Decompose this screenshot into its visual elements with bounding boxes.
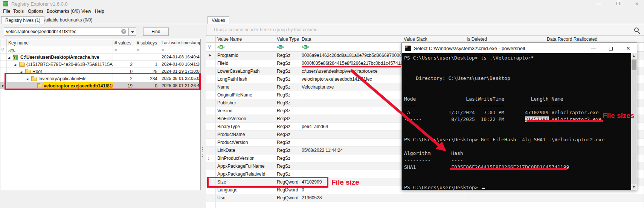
tab-registry-hives[interactable]: Registry hives (1) <box>1 16 44 24</box>
terminal-line: -a---- 8/1/2025 10:22 PM 31457280 Veloci… <box>404 116 637 123</box>
col-value-slack[interactable]: Value Slack <box>402 36 465 42</box>
cmd-icon: C:\_ <box>405 46 411 51</box>
scrollbar-thumb[interactable] <box>632 60 636 70</box>
values-row-empty <box>206 202 644 208</box>
menu-file[interactable]: File <box>3 9 10 14</box>
tree-header-row: Key name # values # subkeys Last write t… <box>0 39 200 46</box>
pin-icon <box>2 48 4 50</box>
menu-view[interactable]: View <box>81 9 91 14</box>
col-is-deleted[interactable]: Is Deleted <box>465 36 545 42</box>
tab-available-bookmarks[interactable]: Available bookmarks (0/0) <box>37 16 96 24</box>
terminal-line: ---- ------------- ------ ---- <box>404 103 637 110</box>
values-filter-data[interactable]: ABC <box>300 43 402 51</box>
cmd-title-bar[interactable]: C:\_ Select C:\Windows\system32\cmd.exe … <box>402 43 637 54</box>
search-dropdown-button[interactable] <box>129 28 136 36</box>
values-row[interactable]: UsnRegQword21360528 <box>206 194 644 202</box>
tree-header-last-write[interactable]: Last write timestamp <box>160 39 200 46</box>
powershell-flag: -Alg <box>516 137 531 142</box>
tree-filter-last-write[interactable]: = <box>160 46 200 53</box>
folder-icon <box>19 63 25 67</box>
annotation-underline-length <box>526 120 603 122</box>
restore-icon <box>616 2 620 5</box>
search-input-wrap <box>4 28 129 36</box>
tab-values[interactable]: Values <box>208 16 229 24</box>
title-bar: Registry Explorer v1.6.0.0 — ✕ <box>0 0 644 8</box>
col-data[interactable]: Data <box>300 36 402 42</box>
minimize-button[interactable]: — <box>593 1 604 7</box>
scroll-up-icon[interactable] <box>631 53 637 59</box>
col-value-name[interactable]: Value Name <box>216 36 275 42</box>
annotation-file-size-label: File size <box>331 178 359 187</box>
annotation-box-tree-rows <box>5 73 201 90</box>
pin-icon <box>208 45 211 47</box>
menu-options[interactable]: Options <box>28 9 43 14</box>
values-filter-name[interactable]: ABC <box>216 43 275 51</box>
values-filter-type[interactable]: ABC <box>275 43 300 51</box>
cmd-maximize-button[interactable] <box>605 45 617 52</box>
tree-filter-values[interactable]: = <box>113 46 135 53</box>
app-icon <box>3 1 8 6</box>
tree-row-guid[interactable]: ◢{11517B7C-E79D-4e20-961B-75A811715ADD} … <box>0 61 200 68</box>
close-button[interactable]: ✕ <box>631 1 642 7</box>
annotation-box-size-row <box>207 177 328 188</box>
powershell-command: Get-FileHash <box>481 137 516 142</box>
row-indicator-icon: ▶ <box>209 54 211 57</box>
tree-key-label: C:\Users\user\Desktop\Amcache.hve <box>20 55 99 60</box>
cmd-minimize-button[interactable]: — <box>588 45 599 52</box>
terminal-line: -a---- 1/31/2024 7:03 PM 47102909 Veloci… <box>404 110 637 116</box>
col-data-record-reallocated[interactable]: Data Record Reallocated <box>545 36 644 42</box>
abc-filter-icon: ABC <box>8 49 15 52</box>
cmd-window-title: Select C:\Windows\system32\cmd.exe - pow… <box>414 46 525 51</box>
expander-icon[interactable]: ◢ <box>8 56 10 59</box>
terminal-line: Directory: C:\Users\user\Desktop <box>404 75 637 82</box>
find-button[interactable]: Find <box>143 28 169 36</box>
abc-filter-icon: ABC <box>217 45 224 49</box>
terminal-cursor <box>482 188 485 189</box>
drag-dots-icon <box>208 156 209 161</box>
search-input[interactable] <box>6 29 111 34</box>
tree-header-values[interactable]: # values <box>113 39 135 46</box>
terminal-line: --------- ---- <box>404 157 637 164</box>
terminal-line: PS C:\Users\user\Desktop> Get-FileHash -… <box>404 137 637 144</box>
terminal-line: PS C:\Users\user\Desktop> <box>404 185 637 190</box>
terminal-scrollbar[interactable] <box>631 53 637 190</box>
app-window: Registry Explorer v1.6.0.0 — ✕ File Tool… <box>0 0 644 208</box>
group-by-hint: Drag a column header here to group by th… <box>214 27 317 32</box>
panel-splitter-handle[interactable] <box>202 146 203 157</box>
tree-filter-pin[interactable] <box>0 46 7 53</box>
group-by-band: Drag a column header here to group by th… <box>206 24 644 36</box>
clear-search-icon[interactable]: ✕ <box>121 29 126 34</box>
maximize-icon <box>609 47 613 50</box>
restore-button[interactable] <box>612 1 623 7</box>
tree-header-key-name[interactable]: Key name <box>7 39 113 46</box>
menu-help[interactable]: Help <box>95 9 104 14</box>
values-header-row: Value Name Value Type Data Value Slack I… <box>206 36 644 43</box>
cmd-close-button[interactable]: ✕ <box>623 45 634 52</box>
menu-bookmarks[interactable]: Bookmarks (0/0) <box>47 9 80 14</box>
tree-filter-key[interactable]: ABC <box>7 46 113 53</box>
col-value-type[interactable]: Value Type <box>275 36 300 42</box>
menu-tools[interactable]: Tools <box>13 9 24 14</box>
terminal-line: Mode LastWriteTime Length Name <box>404 96 637 103</box>
tree-filter-row: ABC = = = <box>0 46 200 54</box>
row-indicator-icon: ▶ <box>2 84 4 87</box>
chevron-down-icon <box>131 31 134 33</box>
terminal-line: PS C:\Users\user\Desktop> ls .\Velocirap… <box>404 55 637 62</box>
hive-icon <box>13 55 18 60</box>
registry-tree-grid: Key name # values # subkeys Last write t… <box>0 39 201 190</box>
search-icon[interactable] <box>634 28 639 32</box>
tree-key-label: {11517B7C-E79D-4e20-961B-75A811715ADD} <box>26 62 113 67</box>
abc-filter-icon: ABC <box>277 45 284 49</box>
scroll-down-icon[interactable] <box>631 184 637 190</box>
tree-filter-subkeys[interactable]: = <box>135 46 160 53</box>
annotation-file-sizes-label: File sizes <box>603 112 635 120</box>
window-title: Registry Explorer v1.6.0.0 <box>11 1 68 7</box>
values-filter-pin[interactable] <box>206 43 216 51</box>
annotation-underline-sha1 <box>450 168 567 170</box>
annotation-underline-fileid <box>302 66 401 67</box>
tree-row-hive[interactable]: ◢C:\Users\user\Desktop\Amcache.hve 2024-… <box>0 54 200 61</box>
abc-filter-icon: ABC <box>302 45 309 49</box>
menu-bar: File Tools Options Bookmarks (0/0) View … <box>0 8 644 16</box>
expander-icon[interactable]: ◢ <box>14 63 16 66</box>
tree-header-subkeys[interactable]: # subkeys <box>135 39 160 46</box>
